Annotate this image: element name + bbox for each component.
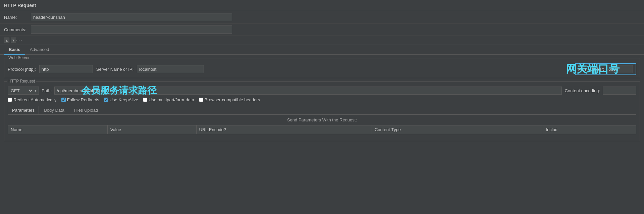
redirect-auto-label: Redirect Automatically (13, 97, 57, 102)
browser-compat-label: Browser-compatible headers (205, 97, 260, 102)
protocol-label: Protocol [http]: (8, 67, 36, 72)
title-bar: HTTP Request (0, 0, 644, 11)
name-input[interactable] (31, 13, 232, 21)
col-value: Value (107, 125, 196, 134)
col-content-type: Content-Type (372, 125, 543, 134)
name-row: Name: (0, 11, 644, 23)
follow-redirects-input[interactable] (61, 98, 66, 102)
tab-basic[interactable]: Basic (4, 45, 25, 55)
params-area: Send Parameters With the Request: Name: … (8, 115, 636, 137)
comments-row: Comments: (0, 23, 644, 36)
sub-tab-parameters[interactable]: Parameters (8, 106, 39, 114)
params-header: Send Parameters With the Request: (8, 117, 636, 122)
up-arrow-button[interactable]: ▲ (4, 38, 9, 43)
method-select-wrapper[interactable]: GET POST PUT DELETE ▼ (8, 87, 39, 95)
protocol-input[interactable] (39, 65, 93, 73)
method-dropdown-icon: ▼ (34, 89, 37, 93)
col-include: Includ (543, 125, 636, 134)
comments-input[interactable] (31, 25, 232, 34)
sub-tabs-row: Parameters Body Data Files Upload (8, 106, 636, 115)
dots-menu[interactable]: ··· (16, 37, 22, 43)
col-url-encode: URL Encode? (196, 125, 372, 134)
use-keepalive-label: Use KeepAlive (110, 97, 138, 102)
main-tabs: Basic Advanced (0, 45, 644, 55)
content-encoding-input[interactable] (603, 87, 636, 95)
use-keepalive-checkbox[interactable]: Use KeepAlive (104, 97, 138, 102)
path-label: Path: (42, 88, 52, 93)
server-input[interactable] (137, 65, 204, 73)
use-multipart-checkbox[interactable]: Use multipart/form-data (143, 97, 194, 102)
content-area: Web Server Protocol [http]: Server Name … (0, 55, 644, 145)
web-server-row: Protocol [http]: Server Name or IP: Port… (8, 63, 636, 75)
method-select[interactable]: GET POST PUT DELETE (9, 88, 33, 94)
http-request-legend: HTTP Request (7, 79, 36, 84)
main-container: HTTP Request Name: Comments: ▲ ▼ ··· Bas… (0, 0, 644, 214)
checkboxes-row: Redirect Automatically Follow Redirects … (8, 97, 636, 102)
sub-tab-body-data[interactable]: Body Data (40, 106, 69, 114)
browser-compat-input[interactable] (199, 98, 203, 102)
use-keepalive-input[interactable] (104, 98, 108, 102)
path-input[interactable] (54, 87, 562, 95)
web-server-section: Web Server Protocol [http]: Server Name … (4, 58, 640, 78)
name-label: Name: (4, 15, 31, 20)
down-arrow-button[interactable]: ▼ (11, 38, 16, 43)
redirect-auto-input[interactable] (8, 98, 12, 102)
toolbar-arrows: ▲ ▼ (4, 38, 16, 43)
toolbar-row: ▲ ▼ ··· (0, 36, 644, 45)
server-label: Server Name or IP: (96, 67, 133, 72)
browser-compat-checkbox[interactable]: Browser-compatible headers (199, 97, 260, 102)
gateway-annotation: 网关端口号 (566, 62, 620, 76)
page-title: HTTP Request (4, 3, 640, 8)
content-encoding-label: Content encoding: (565, 88, 600, 93)
tab-advanced[interactable]: Advanced (25, 45, 54, 55)
web-server-legend: Web Server (7, 55, 31, 60)
http-req-row1: GET POST PUT DELETE ▼ Path: Content enco… (8, 87, 636, 95)
follow-redirects-label: Follow Redirects (67, 97, 99, 102)
use-multipart-input[interactable] (143, 98, 147, 102)
use-multipart-label: Use multipart/form-data (149, 97, 194, 102)
params-table: Name: Value URL Encode? Content-Type Inc… (8, 125, 636, 134)
follow-redirects-checkbox[interactable]: Follow Redirects (61, 97, 99, 102)
comments-label: Comments: (4, 27, 31, 32)
http-request-section: HTTP Request GET POST PUT DELETE ▼ Path:… (4, 82, 640, 141)
params-table-header-row: Name: Value URL Encode? Content-Type Inc… (8, 125, 636, 134)
col-name: Name: (8, 125, 108, 134)
sub-tab-files-upload[interactable]: Files Upload (69, 106, 102, 114)
redirect-auto-checkbox[interactable]: Redirect Automatically (8, 97, 57, 102)
